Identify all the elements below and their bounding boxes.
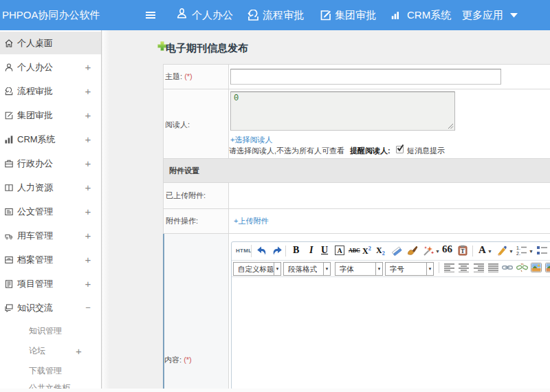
svg-text:1.: 1.	[516, 246, 520, 250]
svg-text:T: T	[461, 248, 465, 254]
svg-text:2.: 2.	[516, 251, 520, 256]
